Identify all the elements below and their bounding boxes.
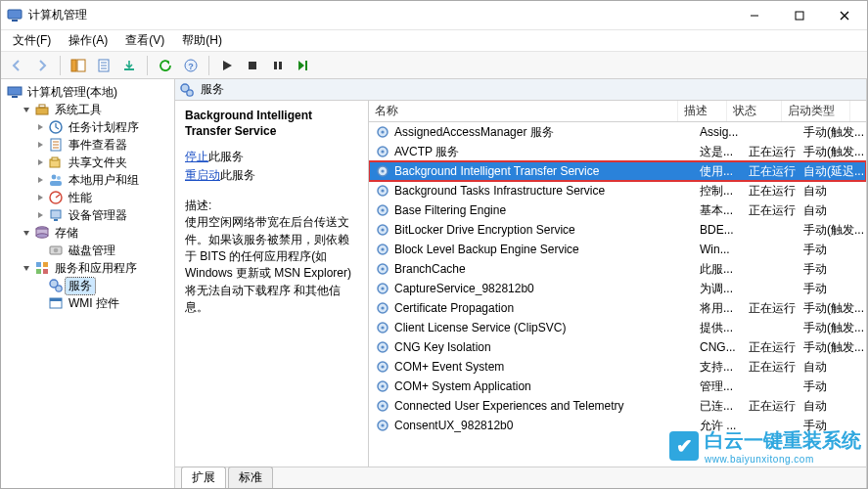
minimize-button[interactable] xyxy=(732,1,777,30)
svg-point-50 xyxy=(187,89,193,95)
main-pane: 服务 Background Intelligent Transfer Servi… xyxy=(175,79,867,488)
svg-point-74 xyxy=(381,345,384,348)
tree-item[interactable]: 性能 xyxy=(34,189,172,206)
tree-item[interactable]: 事件查看器 xyxy=(34,136,172,154)
menu-view[interactable]: 查看(V) xyxy=(119,30,170,51)
tree-item-label: 共享文件夹 xyxy=(66,155,130,171)
service-startup: 自动 xyxy=(798,357,866,377)
pause-service-button[interactable] xyxy=(266,54,290,77)
restart-service-link[interactable]: 重启动 xyxy=(185,168,220,182)
svg-rect-32 xyxy=(50,181,62,186)
service-gear-icon xyxy=(375,242,390,257)
nav-back-button[interactable] xyxy=(5,54,28,77)
col-startup[interactable]: 启动类型 xyxy=(782,101,850,121)
service-desc: Win... xyxy=(694,240,743,259)
service-row[interactable]: Base Filtering Engine基本...正在运行自动 xyxy=(369,200,866,220)
tree-item-icon xyxy=(48,172,64,188)
service-row[interactable]: COM+ Event System支持...正在运行自动 xyxy=(369,357,866,377)
close-button[interactable] xyxy=(822,1,867,30)
service-startup: 手动 xyxy=(798,259,866,279)
tree-item[interactable]: 共享文件夹 xyxy=(34,154,172,171)
service-status xyxy=(743,279,798,298)
svg-rect-6 xyxy=(71,60,76,71)
svg-point-64 xyxy=(381,247,384,250)
tree-item[interactable]: 任务计划程序 xyxy=(34,118,172,136)
service-list[interactable]: AssignedAccessManager 服务Assig...手动(触发...… xyxy=(369,122,866,467)
service-row[interactable]: Certificate Propagation将用...正在运行手动(触发... xyxy=(369,298,866,318)
caret-down-icon[interactable] xyxy=(21,104,32,115)
stop-service-button[interactable] xyxy=(241,54,264,77)
tree-group[interactable]: 服务和应用程序 xyxy=(21,259,172,277)
caret-right-icon[interactable] xyxy=(34,121,46,133)
toolbar-separator xyxy=(147,56,148,75)
svg-point-78 xyxy=(381,384,384,387)
tree-root[interactable]: 计算机管理(本地) xyxy=(7,83,172,101)
service-row[interactable]: ConsentUX_982812b0允许 ...手动 xyxy=(369,416,866,435)
tree-group-icon xyxy=(34,225,50,241)
service-detail-panel: Background Intelligent Transfer Service … xyxy=(175,101,369,467)
svg-rect-34 xyxy=(51,210,61,218)
console-tree[interactable]: 计算机管理(本地) 系统工具任务计划程序事件查看器共享文件夹本地用户和组性能设备… xyxy=(1,79,175,488)
col-status[interactable]: 状态 xyxy=(727,101,782,121)
menu-action[interactable]: 操作(A) xyxy=(63,30,114,51)
help-button[interactable]: ? xyxy=(179,54,203,77)
svg-rect-17 xyxy=(279,62,282,69)
nav-forward-button[interactable] xyxy=(30,54,54,77)
service-name: Background Tasks Infrastructure Service xyxy=(394,184,605,198)
service-row[interactable]: AssignedAccessManager 服务Assig...手动(触发... xyxy=(369,122,866,142)
service-list-panel: 名称 描述 状态 启动类型 AssignedAccessManager 服务As… xyxy=(369,101,866,467)
caret-right-icon[interactable] xyxy=(34,192,46,203)
caret-down-icon[interactable] xyxy=(21,227,32,239)
caret-right-icon[interactable] xyxy=(34,139,46,151)
service-startup: 自动 xyxy=(798,181,866,200)
tree-item-label: 本地用户和组 xyxy=(66,172,142,189)
svg-point-68 xyxy=(381,287,384,289)
maximize-button[interactable] xyxy=(777,1,822,30)
service-row[interactable]: Block Level Backup Engine ServiceWin...手… xyxy=(369,240,866,259)
restart-service-button[interactable] xyxy=(292,54,315,77)
caret-right-icon[interactable] xyxy=(34,174,46,186)
service-row[interactable]: Connected User Experiences and Telemetry… xyxy=(369,396,866,416)
service-row[interactable]: Background Intelligent Transfer Service使… xyxy=(369,161,866,181)
menu-help[interactable]: 帮助(H) xyxy=(176,30,228,51)
service-row[interactable]: COM+ System Application管理...手动 xyxy=(369,377,866,396)
tree-item[interactable]: 本地用户和组 xyxy=(34,171,172,189)
caret-down-icon[interactable] xyxy=(21,262,32,274)
caret-right-icon[interactable] xyxy=(34,209,46,221)
tab-standard[interactable]: 标准 xyxy=(228,467,273,488)
properties-button[interactable] xyxy=(92,54,115,77)
service-row[interactable]: AVCTP 服务这是...正在运行手动(触发... xyxy=(369,142,866,161)
svg-point-58 xyxy=(381,189,384,192)
tree-item-icon xyxy=(48,155,64,170)
show-hide-tree-button[interactable] xyxy=(67,54,90,77)
tree-item[interactable]: 磁盘管理 xyxy=(34,242,172,259)
tree-group[interactable]: 系统工具 xyxy=(21,101,172,118)
svg-rect-19 xyxy=(8,87,22,95)
service-row[interactable]: BranchCache此服...手动 xyxy=(369,259,866,279)
col-desc[interactable]: 描述 xyxy=(678,101,727,121)
refresh-button[interactable] xyxy=(154,54,177,77)
service-row[interactable]: CaptureService_982812b0为调...手动 xyxy=(369,279,866,298)
tree-group-label: 存储 xyxy=(52,225,81,242)
tree-item-icon xyxy=(48,278,64,293)
service-row[interactable]: CNG Key IsolationCNG...正在运行手动(触发... xyxy=(369,337,866,357)
menu-file[interactable]: 文件(F) xyxy=(7,30,57,51)
service-startup: 手动(触发... xyxy=(798,142,866,161)
svg-point-72 xyxy=(381,326,384,329)
toolbar: ? xyxy=(1,52,867,79)
tree-item[interactable]: 服务 xyxy=(34,277,172,294)
stop-service-link[interactable]: 停止 xyxy=(185,150,208,163)
tab-extended[interactable]: 扩展 xyxy=(181,467,226,488)
toolbar-separator xyxy=(60,56,61,75)
col-name[interactable]: 名称 xyxy=(369,101,678,121)
tree-group-label: 系统工具 xyxy=(52,102,105,118)
tree-item[interactable]: 设备管理器 xyxy=(34,206,172,224)
export-button[interactable] xyxy=(117,54,141,77)
start-service-button[interactable] xyxy=(215,54,239,77)
service-row[interactable]: BitLocker Drive Encryption ServiceBDE...… xyxy=(369,220,866,240)
tree-item[interactable]: WMI 控件 xyxy=(34,294,172,312)
tree-group[interactable]: 存储 xyxy=(21,224,172,242)
caret-right-icon[interactable] xyxy=(34,156,46,168)
service-row[interactable]: Background Tasks Infrastructure Service控… xyxy=(369,181,866,200)
service-row[interactable]: Client License Service (ClipSVC)提供...手动(… xyxy=(369,318,866,337)
